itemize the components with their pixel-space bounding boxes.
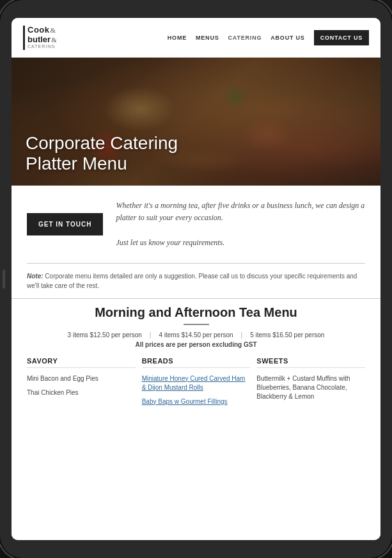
logo-butler: butler xyxy=(27,35,51,44)
pricing-row: 3 items $12.50 per person | 4 items $14.… xyxy=(27,331,365,339)
nav-catering[interactable]: CATERING xyxy=(228,35,262,41)
logo: Cook & butler & CATERING xyxy=(23,26,57,50)
get-in-touch-button[interactable]: GET IN TOUCH xyxy=(27,213,103,235)
menu-col-breads: BREADS Miniature Honey Cured Carved Ham … xyxy=(142,357,251,411)
logo-amp2: & xyxy=(51,36,57,44)
nav-about[interactable]: ABOUT US xyxy=(270,35,304,41)
nav-contact-button[interactable]: CONTACT US xyxy=(314,30,369,45)
menu-title-divider xyxy=(184,324,209,325)
menu-col-sweets: SWEETS Buttermilk + Custard Muffins with… xyxy=(256,357,365,411)
pricing-2: 4 items $14.50 per person xyxy=(159,331,233,339)
logo-bar xyxy=(23,26,25,50)
savory-title: SAVORY xyxy=(27,357,136,368)
menu-col-savory: SAVORY Mini Bacon and Egg Pies Thai Chic… xyxy=(27,357,136,411)
pricing-3: 5 items $16.50 per person xyxy=(250,331,324,339)
sweets-title: SWEETS xyxy=(256,357,365,368)
logo-sub: CATERING xyxy=(27,44,57,49)
nav-home[interactable]: HOME xyxy=(168,35,187,41)
tablet-screen: Cook & butler & CATERING HOME MENUS CATE… xyxy=(12,18,380,540)
logo-amp1: & xyxy=(51,26,56,34)
hero-section: Corporate Catering Platter Menu xyxy=(12,58,380,186)
intro-paragraph1: Whether it's a morning tea, after five d… xyxy=(116,200,365,224)
menu-columns: SAVORY Mini Bacon and Egg Pies Thai Chic… xyxy=(27,357,365,411)
navigation: Cook & butler & CATERING HOME MENUS CATE… xyxy=(12,18,380,58)
pricing-1: 3 items $12.50 per person xyxy=(68,331,142,339)
hero-text: Corporate Catering Platter Menu xyxy=(26,133,178,174)
tablet-side-button xyxy=(3,269,5,289)
note-text: Corporate menu items detailed are only a… xyxy=(27,273,357,289)
breads-title: BREADS xyxy=(142,357,251,368)
menu-title: Morning and Afternoon Tea Menu xyxy=(27,305,365,320)
menu-section: Morning and Afternoon Tea Menu 3 items $… xyxy=(12,298,380,422)
savory-item-1: Mini Bacon and Egg Pies xyxy=(27,374,136,383)
logo-text: Cook & butler & CATERING xyxy=(27,26,57,49)
pricing-note: All prices are per person excluding GST xyxy=(27,341,365,348)
intro-section: GET IN TOUCH Whether it's a morning tea,… xyxy=(12,186,380,263)
hero-title: Corporate Catering Platter Menu xyxy=(26,133,178,174)
tablet-frame: Cook & butler & CATERING HOME MENUS CATE… xyxy=(0,0,392,558)
savory-item-2: Thai Chicken Pies xyxy=(27,388,136,397)
note-section: Note: Corporate menu items detailed are … xyxy=(12,264,380,298)
pricing-sep-1: | xyxy=(150,331,152,339)
pricing-sep-2: | xyxy=(241,331,243,339)
breads-item-1[interactable]: Miniature Honey Cured Carved Ham & Dijon… xyxy=(142,374,251,392)
main-content[interactable]: GET IN TOUCH Whether it's a morning tea,… xyxy=(12,186,380,540)
breads-item-2[interactable]: Baby Baps w Gourmet Fillings xyxy=(142,397,251,406)
sweets-item-1: Buttermilk + Custard Muffins with Bluebe… xyxy=(256,374,365,401)
nav-links: HOME MENUS CATERING ABOUT US CONTACT US xyxy=(168,30,369,45)
logo-cook: Cook xyxy=(27,26,50,35)
intro-text: Whether it's a morning tea, after five d… xyxy=(116,200,365,249)
nav-menus[interactable]: MENUS xyxy=(196,35,219,41)
note-label: Note: xyxy=(27,273,43,280)
intro-paragraph2: Just let us know your requirements. xyxy=(116,237,365,249)
